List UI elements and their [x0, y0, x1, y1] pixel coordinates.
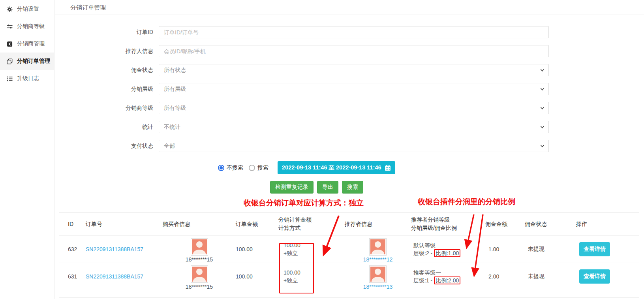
buyer-cell: 18*******15	[163, 236, 236, 263]
search-button[interactable]: 搜索	[342, 181, 363, 194]
distribution-level-select[interactable]: 所有层级	[159, 83, 549, 95]
col-commission-status: 佣金状态	[525, 220, 576, 228]
row-id: 631	[68, 263, 86, 290]
date-range-button[interactable]: 2022-09-13 11:46 至 2022-09-13 11:46	[278, 161, 395, 174]
no-search-radio[interactable]	[218, 165, 224, 171]
sidebar-item-upgrade-log[interactable]: 升级日志	[0, 70, 54, 87]
col-id: ID	[68, 220, 86, 228]
no-search-radio-label: 不搜索	[227, 164, 243, 171]
chevron-down-icon	[540, 125, 544, 129]
distribution-level-label: 分销层级	[55, 83, 159, 95]
commission-amount: 2.00	[485, 263, 525, 290]
sidebar-item-distribution-orders[interactable]: 分销订单管理	[0, 53, 54, 70]
order-no-link[interactable]: SN22091311388BA157	[86, 273, 143, 280]
sidebar-item-label: 分销订单管理	[17, 58, 50, 65]
calc-cell: 100.00 +独立	[278, 263, 345, 290]
commission-status-select[interactable]: 所有状态	[159, 64, 549, 76]
distributor-grade-select[interactable]: 所有等级	[159, 102, 549, 114]
table-row: 631 SN22091311388BA157 18*******15 100.0…	[59, 263, 639, 290]
calendar-icon	[385, 165, 391, 171]
pay-status-label: 支付状态	[55, 140, 159, 152]
action-button-row: 检测重复记录 导出 搜索	[270, 181, 644, 194]
col-order-no: 订单号	[86, 220, 163, 228]
distributor-grade-label: 分销商等级	[55, 102, 159, 114]
sidebar-item-distribution-settings[interactable]: 分销设置	[0, 0, 54, 18]
sidebar-item-label: 分销设置	[17, 6, 39, 13]
chevron-down-icon	[540, 144, 544, 148]
chevron-down-icon	[540, 68, 544, 72]
referrer-avatar	[369, 265, 387, 283]
statistics-label: 统计	[55, 121, 159, 133]
next-row-divider	[59, 297, 639, 298]
pay-status-select[interactable]: 全部	[159, 140, 549, 152]
order-no-link[interactable]: SN22091311388BA157	[86, 246, 143, 252]
col-calc-amount: 分销计算金额	[278, 216, 345, 224]
referrer-avatar	[369, 238, 387, 256]
commission-status-label: 佣金状态	[55, 64, 159, 76]
sidebar: 分销设置 分销商等级 分销商管理 分销订单管理 升级日志	[0, 0, 54, 299]
gear-icon	[7, 6, 13, 12]
sidebar-item-label: 分销商等级	[17, 23, 45, 30]
table-row: 632 SN22091311388BA157 18*******15 100.0…	[59, 235, 639, 263]
referrer-info-label: 推荐人信息	[55, 45, 159, 57]
ratio-highlight-box: 比例:1.00	[434, 249, 460, 257]
copy-icon	[7, 58, 13, 64]
col-referrer: 推荐者信息	[345, 220, 411, 228]
commission-status: 未提现	[525, 236, 576, 263]
commission-amount: 1.00	[485, 236, 525, 263]
col-commission: 佣金金额	[485, 220, 525, 228]
commission-status: 未提现	[525, 263, 576, 290]
share-square-icon	[7, 41, 13, 47]
view-details-button[interactable]: 查看详情	[579, 242, 610, 256]
sidebar-item-distributor-management[interactable]: 分销商管理	[0, 35, 54, 53]
order-id-label: 订单ID	[55, 26, 159, 38]
col-actions: 操作	[576, 220, 635, 228]
buyer-cell: 18*******15	[163, 263, 236, 290]
search-radio-label: 搜索	[257, 164, 268, 171]
col-order-amount: 订单金额	[236, 220, 278, 228]
chevron-down-icon	[540, 87, 544, 91]
search-radio[interactable]	[249, 165, 255, 171]
order-id-input[interactable]	[159, 26, 549, 38]
ratio-highlight-box: 比例:2.00	[434, 276, 460, 284]
calc-cell: 100.00 +独立	[278, 236, 345, 263]
list-icon	[7, 76, 13, 82]
table-header-row: ID 订单号 购买者信息 订单金额 分销计算金额计算方式 推荐者信息 推荐者分销…	[59, 212, 639, 235]
order-amount: 100.00	[236, 263, 278, 290]
chevron-down-icon	[540, 106, 544, 110]
sidebar-item-label: 升级日志	[17, 75, 39, 82]
col-referrer-grade: 推荐者分销等级	[411, 216, 485, 224]
date-search-row: 不搜索 搜索 2022-09-13 11:46 至 2022-09-13 11:…	[218, 161, 644, 174]
buyer-avatar	[191, 238, 208, 256]
referrer-cell: 18********13	[345, 263, 411, 290]
page-title: 分销订单管理	[55, 0, 644, 15]
referrer-grade-cell: 推客等级一 层级:1 - 比例:2.00	[411, 263, 485, 290]
view-details-button[interactable]: 查看详情	[579, 269, 610, 284]
buyer-avatar	[191, 265, 208, 283]
annotation-ratio-note: 收银台插件分润里的分销比例	[418, 197, 515, 207]
export-button[interactable]: 导出	[317, 181, 338, 194]
filter-form: 订单ID 推荐人信息 佣金状态 所有状态 分销层级 所有层级	[55, 15, 644, 194]
statistics-select[interactable]: 不统计	[159, 121, 549, 133]
sliders-icon	[7, 24, 13, 30]
annotation-calc-note: 收银台分销订单对应计算方式：独立	[244, 198, 364, 208]
referrer-cell: 18********12	[345, 236, 411, 263]
orders-table: ID 订单号 购买者信息 订单金额 分销计算金额计算方式 推荐者信息 推荐者分销…	[59, 212, 639, 290]
referrer-phone-link[interactable]: 18********12	[363, 256, 393, 263]
referrer-info-input[interactable]	[159, 45, 549, 57]
buyer-phone: 18*******15	[186, 256, 213, 263]
referrer-grade-cell: 默认等级 层级:2 - 比例:1.00	[411, 236, 485, 263]
order-amount: 100.00	[236, 236, 278, 263]
check-duplicate-button[interactable]: 检测重复记录	[270, 181, 314, 194]
sidebar-item-label: 分销商管理	[17, 40, 45, 47]
buyer-phone: 18*******15	[186, 284, 213, 290]
sidebar-item-distributor-grade[interactable]: 分销商等级	[0, 18, 54, 35]
row-id: 632	[68, 236, 86, 263]
referrer-phone-link[interactable]: 18********13	[363, 284, 393, 290]
col-buyer: 购买者信息	[163, 220, 236, 228]
